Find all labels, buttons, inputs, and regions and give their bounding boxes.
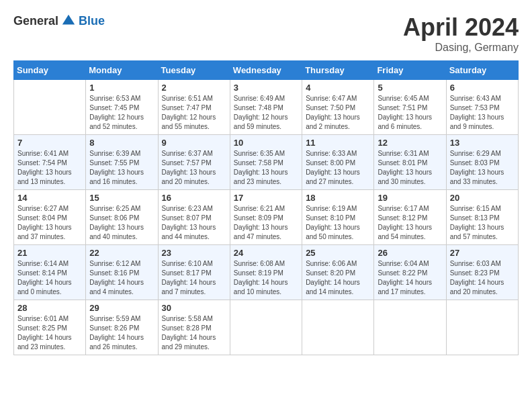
day-number: 19 xyxy=(378,193,442,203)
day-info: Sunrise: 6:27 AMSunset: 8:04 PMDaylight:… xyxy=(17,204,82,242)
day-info: Sunrise: 6:25 AMSunset: 8:06 PMDaylight:… xyxy=(89,204,154,242)
calendar-day-cell: 22Sunrise: 6:12 AMSunset: 8:16 PMDayligh… xyxy=(86,245,158,300)
calendar-day-cell: 19Sunrise: 6:17 AMSunset: 8:12 PMDayligh… xyxy=(374,190,446,245)
day-number: 5 xyxy=(378,83,442,93)
day-number: 1 xyxy=(89,83,154,93)
day-number: 8 xyxy=(89,138,154,148)
calendar-day-cell: 29Sunrise: 5:59 AMSunset: 8:26 PMDayligh… xyxy=(86,300,158,355)
page-header: General Blue April 2024 Dasing, Germany xyxy=(13,13,519,54)
calendar-day-cell xyxy=(230,300,302,355)
day-info: Sunrise: 6:51 AMSunset: 7:47 PMDaylight:… xyxy=(162,94,226,132)
day-info: Sunrise: 6:41 AMSunset: 7:54 PMDaylight:… xyxy=(17,149,82,187)
day-number: 9 xyxy=(162,138,226,148)
day-of-week-header: Tuesday xyxy=(158,61,230,80)
day-info: Sunrise: 6:17 AMSunset: 8:12 PMDaylight:… xyxy=(378,204,442,242)
day-info: Sunrise: 6:19 AMSunset: 8:10 PMDaylight:… xyxy=(306,204,370,242)
day-info: Sunrise: 6:45 AMSunset: 7:51 PMDaylight:… xyxy=(378,94,442,132)
calendar-day-cell: 28Sunrise: 6:01 AMSunset: 8:25 PMDayligh… xyxy=(14,300,86,355)
day-info: Sunrise: 6:35 AMSunset: 7:58 PMDaylight:… xyxy=(234,149,298,187)
calendar-week-row: 21Sunrise: 6:14 AMSunset: 8:14 PMDayligh… xyxy=(14,245,519,300)
day-number: 27 xyxy=(450,248,515,258)
day-number: 28 xyxy=(17,303,82,313)
day-number: 3 xyxy=(234,83,298,93)
calendar-day-cell xyxy=(446,300,518,355)
calendar-day-cell: 30Sunrise: 5:58 AMSunset: 8:28 PMDayligh… xyxy=(158,300,230,355)
calendar-day-cell: 2Sunrise: 6:51 AMSunset: 7:47 PMDaylight… xyxy=(158,80,230,135)
logo-text-general: General xyxy=(13,14,58,28)
calendar-day-cell: 6Sunrise: 6:43 AMSunset: 7:53 PMDaylight… xyxy=(446,80,518,135)
day-info: Sunrise: 6:03 AMSunset: 8:23 PMDaylight:… xyxy=(450,259,515,297)
calendar-week-row: 1Sunrise: 6:53 AMSunset: 7:45 PMDaylight… xyxy=(14,80,519,135)
day-info: Sunrise: 6:01 AMSunset: 8:25 PMDaylight:… xyxy=(17,314,82,352)
calendar-day-cell: 4Sunrise: 6:47 AMSunset: 7:50 PMDaylight… xyxy=(302,80,374,135)
calendar-day-cell: 20Sunrise: 6:15 AMSunset: 8:13 PMDayligh… xyxy=(446,190,518,245)
calendar-day-cell: 14Sunrise: 6:27 AMSunset: 8:04 PMDayligh… xyxy=(14,190,86,245)
month-title: April 2024 xyxy=(403,13,519,42)
day-number: 23 xyxy=(162,248,226,258)
day-info: Sunrise: 6:39 AMSunset: 7:55 PMDaylight:… xyxy=(89,149,154,187)
day-info: Sunrise: 6:33 AMSunset: 8:00 PMDaylight:… xyxy=(306,149,370,187)
calendar-day-cell: 27Sunrise: 6:03 AMSunset: 8:23 PMDayligh… xyxy=(446,245,518,300)
calendar-day-cell: 24Sunrise: 6:08 AMSunset: 8:19 PMDayligh… xyxy=(230,245,302,300)
day-info: Sunrise: 6:49 AMSunset: 7:48 PMDaylight:… xyxy=(234,94,298,132)
day-of-week-header: Friday xyxy=(374,61,446,80)
calendar-day-cell: 3Sunrise: 6:49 AMSunset: 7:48 PMDaylight… xyxy=(230,80,302,135)
day-number: 22 xyxy=(89,248,154,258)
day-info: Sunrise: 6:04 AMSunset: 8:22 PMDaylight:… xyxy=(378,259,442,297)
calendar-week-row: 14Sunrise: 6:27 AMSunset: 8:04 PMDayligh… xyxy=(14,190,519,245)
day-number: 30 xyxy=(162,303,226,313)
day-of-week-header: Sunday xyxy=(14,61,86,80)
day-of-week-header: Monday xyxy=(86,61,158,80)
location-title: Dasing, Germany xyxy=(403,42,519,54)
calendar-day-cell: 17Sunrise: 6:21 AMSunset: 8:09 PMDayligh… xyxy=(230,190,302,245)
calendar-day-cell: 25Sunrise: 6:06 AMSunset: 8:20 PMDayligh… xyxy=(302,245,374,300)
day-info: Sunrise: 5:59 AMSunset: 8:26 PMDaylight:… xyxy=(89,314,154,352)
calendar-day-cell: 18Sunrise: 6:19 AMSunset: 8:10 PMDayligh… xyxy=(302,190,374,245)
day-number: 24 xyxy=(234,248,298,258)
day-number: 7 xyxy=(17,138,82,148)
day-info: Sunrise: 5:58 AMSunset: 8:28 PMDaylight:… xyxy=(162,314,226,352)
day-number: 15 xyxy=(89,193,154,203)
logo-text-blue: Blue xyxy=(79,14,105,28)
calendar-day-cell xyxy=(302,300,374,355)
day-info: Sunrise: 6:12 AMSunset: 8:16 PMDaylight:… xyxy=(89,259,154,297)
day-info: Sunrise: 6:10 AMSunset: 8:17 PMDaylight:… xyxy=(162,259,226,297)
day-number: 6 xyxy=(450,83,515,93)
day-of-week-header: Thursday xyxy=(302,61,374,80)
day-number: 20 xyxy=(450,193,515,203)
day-info: Sunrise: 6:06 AMSunset: 8:20 PMDaylight:… xyxy=(306,259,370,297)
day-number: 17 xyxy=(234,193,298,203)
day-info: Sunrise: 6:14 AMSunset: 8:14 PMDaylight:… xyxy=(17,259,82,297)
calendar-day-cell: 11Sunrise: 6:33 AMSunset: 8:00 PMDayligh… xyxy=(302,135,374,190)
calendar-day-cell: 5Sunrise: 6:45 AMSunset: 7:51 PMDaylight… xyxy=(374,80,446,135)
day-number: 26 xyxy=(378,248,442,258)
day-number: 18 xyxy=(306,193,370,203)
calendar-day-cell: 7Sunrise: 6:41 AMSunset: 7:54 PMDaylight… xyxy=(14,135,86,190)
day-number: 14 xyxy=(17,193,82,203)
day-number: 16 xyxy=(162,193,226,203)
calendar-day-cell xyxy=(14,80,86,135)
calendar-day-cell: 21Sunrise: 6:14 AMSunset: 8:14 PMDayligh… xyxy=(14,245,86,300)
calendar-day-cell: 13Sunrise: 6:29 AMSunset: 8:03 PMDayligh… xyxy=(446,135,518,190)
day-of-week-header: Saturday xyxy=(446,61,518,80)
calendar-day-cell xyxy=(374,300,446,355)
svg-marker-0 xyxy=(62,15,75,25)
calendar-day-cell: 12Sunrise: 6:31 AMSunset: 8:01 PMDayligh… xyxy=(374,135,446,190)
day-number: 13 xyxy=(450,138,515,148)
day-info: Sunrise: 6:21 AMSunset: 8:09 PMDaylight:… xyxy=(234,204,298,242)
logo: General Blue xyxy=(13,13,105,28)
day-number: 11 xyxy=(306,138,370,148)
calendar-day-cell: 9Sunrise: 6:37 AMSunset: 7:57 PMDaylight… xyxy=(158,135,230,190)
day-info: Sunrise: 6:53 AMSunset: 7:45 PMDaylight:… xyxy=(89,94,154,132)
title-area: April 2024 Dasing, Germany xyxy=(403,13,519,54)
day-info: Sunrise: 6:43 AMSunset: 7:53 PMDaylight:… xyxy=(450,94,515,132)
day-number: 4 xyxy=(306,83,370,93)
calendar-week-row: 28Sunrise: 6:01 AMSunset: 8:25 PMDayligh… xyxy=(14,300,519,355)
day-info: Sunrise: 6:08 AMSunset: 8:19 PMDaylight:… xyxy=(234,259,298,297)
day-info: Sunrise: 6:29 AMSunset: 8:03 PMDaylight:… xyxy=(450,149,515,187)
calendar-day-cell: 1Sunrise: 6:53 AMSunset: 7:45 PMDaylight… xyxy=(86,80,158,135)
day-number: 2 xyxy=(162,83,226,93)
calendar-day-cell: 15Sunrise: 6:25 AMSunset: 8:06 PMDayligh… xyxy=(86,190,158,245)
day-number: 12 xyxy=(378,138,442,148)
day-info: Sunrise: 6:23 AMSunset: 8:07 PMDaylight:… xyxy=(162,204,226,242)
